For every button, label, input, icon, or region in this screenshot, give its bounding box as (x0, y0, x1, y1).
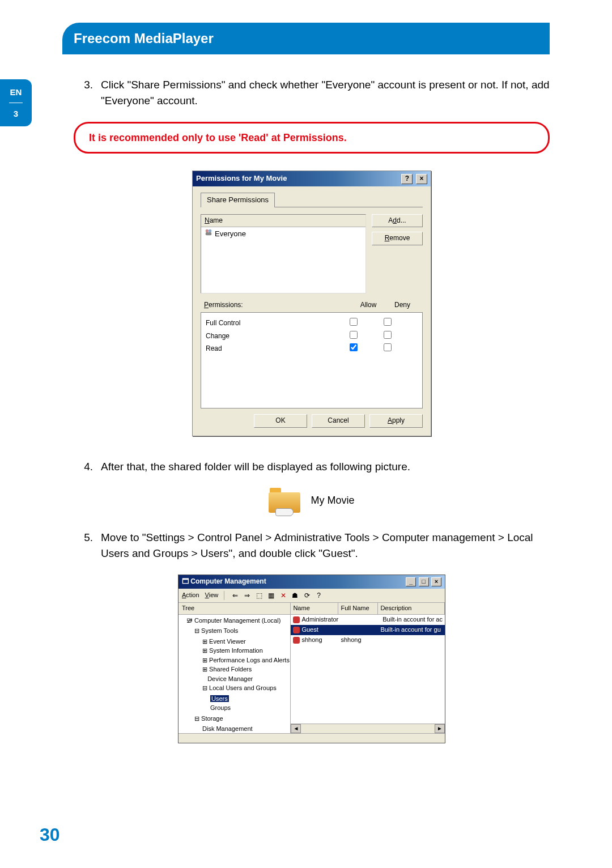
permissions-header-row: Permissions: Allow Deny (201, 293, 423, 312)
step-4: 4. After that, the shared folder will be… (74, 459, 550, 475)
page-number: 30 (40, 824, 60, 845)
scroll-right-icon[interactable]: ► (435, 724, 445, 733)
tree-groups[interactable]: Groups (210, 703, 290, 713)
cm-tree[interactable]: Tree 🖳 Computer Management (Local) ⊟ Sys… (178, 603, 291, 733)
ok-button[interactable]: OK (254, 414, 307, 427)
step-number: 4. (74, 459, 101, 475)
cm-titlebar: 🗔 Computer Management _ □ × (178, 575, 445, 588)
up-icon[interactable]: ⬚ (254, 590, 264, 601)
tree-users[interactable]: Users (210, 694, 290, 704)
menu-view[interactable]: View (205, 591, 219, 600)
cm-toolbar: Action View ⇐ ⇒ ⬚ ▦ ✕ ☗ ⟳ ? (178, 589, 445, 603)
language-chapter-tab: EN 3 (0, 79, 32, 126)
cm-status-bar (178, 733, 445, 743)
tree-system-tools[interactable]: ⊟ System Tools ⊞ Event Viewer ⊞ System I… (194, 626, 290, 713)
apply-button[interactable]: Apply (369, 414, 423, 427)
help-icon[interactable]: ? (314, 590, 324, 601)
close-button[interactable]: × (431, 577, 441, 586)
tree-event-viewer[interactable]: ⊞ Event Viewer (202, 637, 290, 646)
tab-separator (9, 103, 23, 103)
step-text: After that, the shared folder will be di… (101, 459, 550, 475)
user-row-shhong[interactable]: shhong shhong (291, 635, 445, 645)
name-column-header: Name (201, 215, 366, 227)
tree-device-manager[interactable]: Device Manager (202, 674, 290, 684)
svg-point-0 (206, 229, 209, 232)
shared-folder-label: My Movie (311, 493, 354, 508)
tree-system-information[interactable]: ⊞ System Information (202, 646, 290, 656)
forward-icon[interactable]: ⇒ (242, 590, 252, 601)
page-header: Freecom MediaPlayer (62, 23, 550, 54)
tree-storage[interactable]: ⊟ Storage Disk Management Disk Defragmen… (194, 714, 290, 733)
minimize-button[interactable]: _ (406, 577, 416, 586)
permissions-dialog: Permissions for My Movie ? × Share Permi… (192, 171, 431, 436)
perm-label: Read (206, 344, 350, 354)
step-text: Move to "Settings > Control Panel > Admi… (101, 530, 550, 561)
help-button[interactable]: ? (401, 174, 413, 184)
close-button[interactable]: × (416, 174, 427, 184)
step-text: Click "Share Permissions" and check whet… (101, 77, 550, 108)
share-permissions-tab[interactable]: Share Permissions (201, 193, 275, 207)
perm-label: Full Control (206, 318, 350, 328)
deny-change-checkbox[interactable] (384, 331, 392, 339)
user-row-guest[interactable]: Guest Built-in account for gu (291, 625, 445, 635)
deny-header: Deny (385, 300, 419, 310)
note-pill: It is recommended only to use 'Read' at … (74, 122, 550, 154)
delete-icon[interactable]: ✕ (278, 590, 288, 601)
users-listbox[interactable]: Name Everyone (201, 214, 366, 293)
cm-title: 🗔 Computer Management (182, 577, 266, 586)
tree-root[interactable]: 🖳 Computer Management (Local) ⊟ System T… (186, 616, 290, 733)
perm-label: Change (206, 331, 350, 341)
tree-header: Tree (178, 603, 290, 615)
list-icon[interactable]: ▦ (266, 590, 276, 601)
step-number: 3. (74, 77, 101, 108)
step-3: 3. Click "Share Permissions" and check w… (74, 77, 550, 108)
allow-read-checkbox[interactable] (350, 343, 358, 351)
cm-list: Name Full Name Description Administrator… (291, 603, 445, 733)
allow-full-control-checkbox[interactable] (350, 318, 358, 326)
maximize-button[interactable]: □ (419, 577, 429, 586)
group-icon (205, 228, 212, 240)
col-name[interactable]: Name (291, 603, 338, 614)
permissions-label: Permissions: (204, 300, 351, 310)
col-description[interactable]: Description (378, 603, 445, 614)
shared-folder-preview: My Movie (74, 488, 550, 513)
add-button[interactable]: Add... (372, 214, 423, 227)
user-icon (293, 637, 300, 644)
col-full-name[interactable]: Full Name (338, 603, 378, 614)
deny-read-checkbox[interactable] (384, 343, 392, 351)
permissions-list: Full Control Change Read (201, 312, 423, 409)
svg-point-1 (209, 229, 211, 232)
allow-change-checkbox[interactable] (350, 331, 358, 339)
cm-horizontal-scrollbar[interactable]: ◄ ► (291, 724, 445, 733)
user-icon (293, 627, 300, 633)
tree-local-users-groups[interactable]: ⊟ Local Users and Groups Users Groups (202, 683, 290, 713)
tree-perf-logs[interactable]: ⊞ Performance Logs and Alerts (202, 656, 290, 665)
allow-header: Allow (351, 300, 385, 310)
remove-button[interactable]: Remove (372, 232, 423, 245)
perm-row-full-control: Full Control (206, 318, 418, 329)
user-icon (293, 616, 300, 623)
refresh-icon[interactable]: ⟳ (302, 590, 312, 601)
perm-row-change: Change (206, 331, 418, 342)
perm-row-read: Read (206, 343, 418, 354)
step-number: 5. (74, 530, 101, 561)
cancel-button[interactable]: Cancel (312, 414, 365, 427)
computer-management-window: 🗔 Computer Management _ □ × Action View … (178, 575, 445, 743)
user-item-everyone[interactable]: Everyone (201, 227, 366, 241)
shared-folder-icon (269, 488, 300, 513)
properties-icon[interactable]: ☗ (290, 590, 300, 601)
tree-shared-folders[interactable]: ⊞ Shared Folders (202, 665, 290, 674)
user-row-administrator[interactable]: Administrator Built-in account for ac (291, 615, 445, 625)
deny-full-control-checkbox[interactable] (384, 318, 392, 326)
back-icon[interactable]: ⇐ (230, 590, 240, 601)
menu-action[interactable]: Action (182, 591, 199, 600)
scroll-left-icon[interactable]: ◄ (291, 724, 301, 733)
language-label: EN (0, 87, 32, 97)
dialog-title: Permissions for My Movie (196, 173, 287, 184)
step-5: 5. Move to "Settings > Control Panel > A… (74, 530, 550, 561)
chapter-number: 3 (0, 109, 32, 118)
user-item-label: Everyone (215, 229, 246, 240)
tree-disk-management[interactable]: Disk Management (202, 724, 290, 733)
svg-rect-2 (206, 232, 212, 235)
dialog-titlebar: Permissions for My Movie ? × (193, 171, 431, 186)
